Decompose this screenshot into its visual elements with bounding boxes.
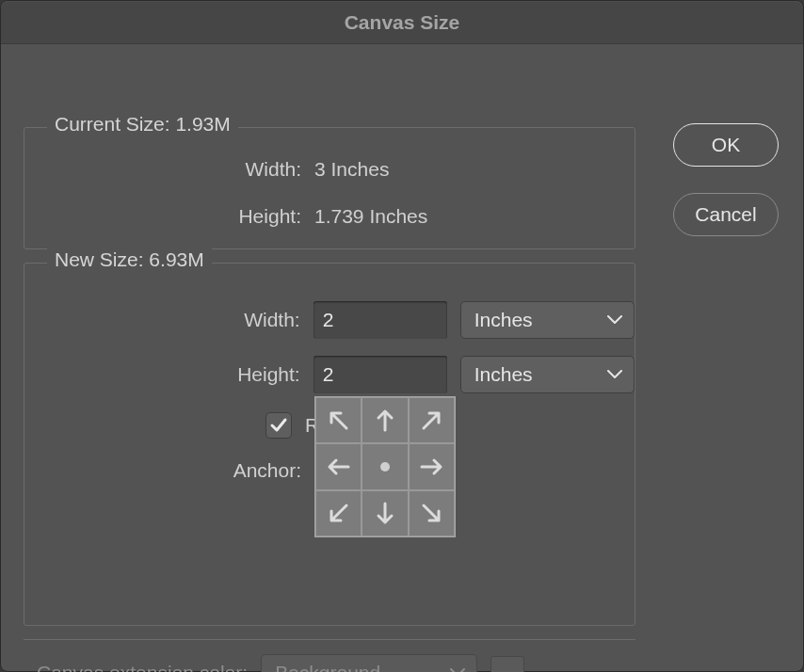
relative-checkbox[interactable] xyxy=(265,412,292,439)
new-width-label: Width: xyxy=(24,309,314,331)
dialog-titlebar: Canvas Size xyxy=(1,1,803,44)
new-height-label: Height: xyxy=(24,363,314,386)
divider xyxy=(24,639,635,640)
extension-color-swatch xyxy=(490,656,524,672)
anchor-label: Anchor: xyxy=(24,452,314,482)
chevron-down-icon xyxy=(450,668,465,672)
chevron-down-icon xyxy=(607,370,622,379)
anchor-cell-sw[interactable] xyxy=(315,490,362,536)
new-width-unit-select[interactable]: Inches xyxy=(460,301,635,339)
anchor-cell-nw[interactable] xyxy=(315,397,362,443)
new-size-legend: New Size: 6.93M xyxy=(47,248,212,271)
arrow-n-icon xyxy=(372,408,398,434)
new-width-unit-value: Inches xyxy=(474,309,533,331)
new-height-unit-value: Inches xyxy=(474,363,533,386)
canvas-size-dialog: Canvas Size OK Cancel Current Size: 1.93… xyxy=(0,0,804,672)
current-height-value: 1.739 Inches xyxy=(314,205,427,228)
anchor-cell-n[interactable] xyxy=(362,397,408,443)
anchor-center-dot-icon xyxy=(380,462,390,472)
current-height-row: Height: 1.739 Inches xyxy=(24,198,635,235)
dialog-title: Canvas Size xyxy=(345,11,460,34)
arrow-w-icon xyxy=(326,454,352,480)
new-width-input[interactable] xyxy=(314,301,447,339)
current-width-label: Width: xyxy=(24,158,314,181)
cancel-button[interactable]: Cancel xyxy=(673,193,779,236)
new-height-row: Height: Inches xyxy=(24,356,635,393)
current-size-group: Current Size: 1.93M Width: 3 Inches Heig… xyxy=(24,127,635,249)
anchor-cell-se[interactable] xyxy=(409,490,455,536)
anchor-cell-center[interactable] xyxy=(362,443,408,489)
extension-color-select: Background xyxy=(261,654,477,672)
extension-color-row: Canvas extension color: Background xyxy=(24,654,635,672)
cancel-button-label: Cancel xyxy=(695,203,756,226)
current-width-value: 3 Inches xyxy=(314,158,389,181)
ok-button-label: OK xyxy=(712,134,740,156)
chevron-down-icon xyxy=(607,315,622,325)
check-icon xyxy=(269,416,288,435)
anchor-cell-w[interactable] xyxy=(315,443,362,489)
arrow-se-icon xyxy=(418,500,444,526)
ok-button[interactable]: OK xyxy=(673,123,779,167)
new-width-row: Width: Inches xyxy=(24,301,635,339)
current-height-label: Height: xyxy=(24,205,314,228)
arrow-ne-icon xyxy=(418,408,444,434)
new-height-input[interactable] xyxy=(314,356,447,393)
current-size-legend: Current Size: 1.93M xyxy=(47,113,238,136)
new-height-unit-select[interactable]: Inches xyxy=(460,356,635,393)
new-size-group: New Size: 6.93M Width: Inches Height: In… xyxy=(24,263,635,626)
arrow-e-icon xyxy=(418,454,444,480)
extension-color-value: Background xyxy=(275,662,380,672)
arrow-sw-icon xyxy=(326,500,352,526)
current-width-row: Width: 3 Inches xyxy=(24,151,635,188)
action-buttons: OK Cancel xyxy=(673,123,779,236)
extension-color-label: Canvas extension color: xyxy=(37,662,248,672)
anchor-grid xyxy=(314,396,456,537)
arrow-s-icon xyxy=(372,500,398,526)
dialog-content: OK Cancel Current Size: 1.93M Width: 3 I… xyxy=(1,44,803,671)
anchor-cell-s[interactable] xyxy=(362,490,408,536)
anchor-row: Anchor: xyxy=(24,452,635,482)
anchor-cell-e[interactable] xyxy=(409,443,455,489)
anchor-cell-ne[interactable] xyxy=(409,397,455,443)
arrow-nw-icon xyxy=(326,408,352,434)
